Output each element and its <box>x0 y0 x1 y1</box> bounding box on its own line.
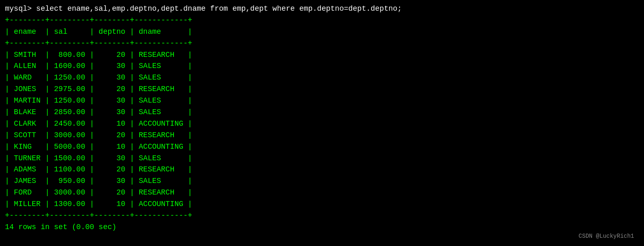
table-row: | CLARK | 2450.00 | 10 | ACCOUNTING | <box>5 118 639 130</box>
terminal-window: mysql> select ename,sal,emp.deptno,dept.… <box>5 3 639 243</box>
table-header: | ename | sal | deptno | dname | <box>5 26 639 38</box>
table-row: | KING | 5000.00 | 10 | ACCOUNTING | <box>5 141 639 153</box>
table-row: | WARD | 1250.00 | 30 | SALES | <box>5 72 639 84</box>
table-row: | ADAMS | 1100.00 | 20 | RESEARCH | <box>5 164 639 176</box>
table-row: | TURNER | 1500.00 | 30 | SALES | <box>5 153 639 164</box>
table-row: | ALLEN | 1600.00 | 30 | SALES | <box>5 61 639 72</box>
table-rows: | SMITH | 800.00 | 20 | RESEARCH || ALLE… <box>5 49 639 210</box>
separator-top: +--------+---------+--------+-----------… <box>5 15 639 26</box>
sql-command: mysql> select ename,sal,emp.deptno,dept.… <box>5 3 639 15</box>
table-row: | BLAKE | 2850.00 | 30 | SALES | <box>5 107 639 118</box>
table-row: | JAMES | 950.00 | 30 | SALES | <box>5 176 639 187</box>
table-row: | MILLER | 1300.00 | 10 | ACCOUNTING | <box>5 199 639 210</box>
watermark: CSDN @LuckyRich1 <box>579 233 634 239</box>
table-row: | FORD | 3000.00 | 20 | RESEARCH | <box>5 187 639 199</box>
table-row: | MARTIN | 1250.00 | 30 | SALES | <box>5 95 639 107</box>
table-row: | SCOTT | 3000.00 | 20 | RESEARCH | <box>5 130 639 141</box>
table-row: | SMITH | 800.00 | 20 | RESEARCH | <box>5 49 639 61</box>
footer-text: 14 rows in set (0.00 sec) <box>5 222 639 233</box>
separator-mid: +--------+---------+--------+-----------… <box>5 38 639 49</box>
table-row: | JONES | 2975.00 | 20 | RESEARCH | <box>5 84 639 95</box>
separator-bottom: +--------+---------+--------+-----------… <box>5 210 639 222</box>
